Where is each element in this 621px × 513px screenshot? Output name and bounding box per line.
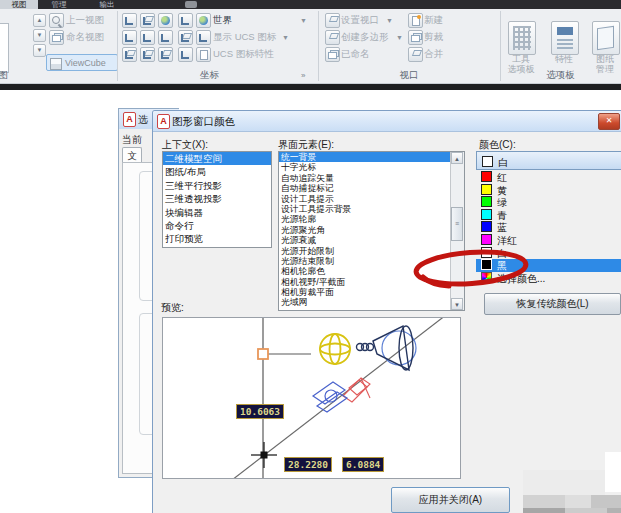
named-views-icon[interactable] <box>49 30 64 45</box>
context-list-item[interactable]: 命令行 <box>163 219 271 232</box>
context-list-item[interactable]: 三维透视投影 <box>163 192 271 205</box>
clip-viewport-button[interactable]: 剪裁 <box>424 30 443 44</box>
element-list-item[interactable]: 自动追踪矢量 <box>279 173 451 183</box>
ucs-properties-button[interactable]: UCS 图标特性 <box>213 47 274 61</box>
camera-glyph <box>313 382 347 412</box>
show-ucs-button[interactable]: 显示 UCS 图标 <box>213 30 276 44</box>
restore-classic-colors-button[interactable]: 恢复传统颜色(L) <box>484 293 621 315</box>
panel-launcher-icon[interactable]: » <box>301 71 305 80</box>
chevron-down-icon[interactable]: ▼ <box>282 34 289 41</box>
context-list-item[interactable]: 打印预览 <box>163 232 271 245</box>
color-option[interactable]: 红 <box>476 171 621 184</box>
chevron-down-icon[interactable]: ▼ <box>300 17 307 24</box>
element-list-item[interactable]: 自动捕捉标记 <box>279 183 451 193</box>
viewcube-button[interactable]: ViewCube <box>46 54 118 71</box>
ucs-icon[interactable] <box>178 13 193 28</box>
color-option[interactable]: 黑 <box>476 259 621 272</box>
color-option[interactable]: 白 <box>476 247 621 260</box>
tool-palettes-icon[interactable] <box>508 21 536 55</box>
previous-view-button[interactable]: 上一视图 <box>66 13 104 27</box>
previous-view-icon[interactable] <box>49 13 64 28</box>
element-list-item[interactable]: 十字光标 <box>279 162 451 172</box>
world-ucs-icon[interactable] <box>196 13 211 28</box>
cube-icon <box>50 58 62 70</box>
context-list-item[interactable]: 三维平行投影 <box>163 179 271 192</box>
element-list-item[interactable]: 光源轮廓 <box>279 214 451 224</box>
ucs-3point-icon[interactable] <box>178 47 193 62</box>
ucs-y-icon[interactable] <box>140 30 155 45</box>
element-list-item[interactable]: 统一背景 <box>279 152 451 162</box>
scroll-down-icon[interactable]: ▼ <box>33 29 46 42</box>
close-icon[interactable]: ✕ <box>598 113 620 130</box>
tab-output[interactable]: 输出 <box>90 0 124 9</box>
color-option[interactable]: 选择颜色... <box>476 272 621 285</box>
autocad-icon: A <box>157 114 170 129</box>
context-list-item[interactable]: 二维模型空间 <box>163 152 271 165</box>
color-option[interactable]: 青 <box>476 209 621 222</box>
element-list-item[interactable]: 光域网 <box>279 297 451 307</box>
show-ucs-icon[interactable] <box>196 30 211 45</box>
context-list-item[interactable]: 块编辑器 <box>163 206 271 219</box>
element-list-item[interactable]: 相机剪裁平面 <box>279 287 451 297</box>
named-views-button[interactable]: 命名视图 <box>66 30 104 44</box>
create-polygonal-icon[interactable] <box>325 30 340 45</box>
element-list-item[interactable]: 设计工具提示 <box>279 194 451 204</box>
element-list-item[interactable]: 相机轮廓色 <box>279 266 451 276</box>
ucs-z-icon[interactable] <box>158 30 173 45</box>
color-option[interactable]: 洋红 <box>476 234 621 247</box>
scroll-up-icon[interactable]: ▲ <box>451 152 463 164</box>
pickbox <box>258 349 268 359</box>
scrollbar-thumb[interactable]: ≡ <box>451 207 463 241</box>
chevron-down-icon[interactable]: ▼ <box>386 17 393 24</box>
join-viewport-button[interactable]: 合并 <box>424 47 443 61</box>
element-list-item[interactable]: 光源开始限制 <box>279 246 451 256</box>
set-viewport-icon[interactable] <box>325 13 340 28</box>
expand-icon[interactable]: ▼ <box>33 44 46 57</box>
named-viewport-icon[interactable] <box>325 47 340 62</box>
ucs-object-icon[interactable] <box>140 47 155 62</box>
ucs-plane-icon[interactable] <box>140 13 155 28</box>
ribbon-small-icon[interactable] <box>185 1 197 8</box>
tab-manage[interactable]: 管理 <box>42 0 76 9</box>
ucs-view-icon[interactable] <box>122 47 137 62</box>
tab-files[interactable]: 文 <box>122 147 142 163</box>
dialog-titlebar[interactable]: A图形窗口颜色 ✕ <box>153 111 621 132</box>
scroll-down-icon[interactable]: ▼ <box>451 298 463 310</box>
element-list-scrollbar[interactable]: ▲ ≡ ▼ <box>450 152 464 310</box>
named-viewport-button[interactable]: 已命名 <box>341 47 370 61</box>
sheet-set-manager-icon[interactable] <box>592 21 620 55</box>
new-viewport-button[interactable]: 新建 <box>424 13 443 27</box>
properties-palette-button[interactable]: 特性 <box>545 54 583 64</box>
color-option[interactable]: 绿 <box>476 196 621 209</box>
element-list-item[interactable]: 相机视野/平截面 <box>279 277 451 287</box>
color-combo[interactable]: 白 <box>476 151 621 170</box>
color-option[interactable]: 蓝 <box>476 221 621 234</box>
ucs-properties-icon[interactable] <box>196 47 211 62</box>
ucs-face-icon[interactable] <box>158 47 173 62</box>
element-list-item[interactable]: 光源结束限制 <box>279 256 451 266</box>
context-list: 二维模型空间图纸/布局三维平行投影三维透视投影块编辑器命令行打印预览 <box>162 151 272 248</box>
world-ucs-combo[interactable]: 世界 <box>213 13 232 27</box>
chevron-down-icon[interactable]: ▼ <box>396 34 403 41</box>
color-swatch <box>481 184 492 195</box>
element-list-item[interactable]: 光源聚光角 <box>279 225 451 235</box>
scroll-up-icon[interactable]: ▲ <box>33 14 46 27</box>
create-polygonal-button[interactable]: 创建多边形 <box>341 30 389 44</box>
properties-palette-icon[interactable] <box>551 21 579 55</box>
new-viewport-icon[interactable] <box>408 13 423 28</box>
element-list-item[interactable]: 设计工具提示背景 <box>279 204 451 214</box>
set-viewport-button[interactable]: 设置视口 <box>341 13 379 27</box>
ucs-rotate-icon[interactable] <box>178 30 193 45</box>
element-list-item[interactable]: 光源衰减 <box>279 235 451 245</box>
ucs-world-icon[interactable] <box>158 13 173 28</box>
clip-viewport-icon[interactable] <box>408 30 423 45</box>
color-option[interactable]: 黄 <box>476 184 621 197</box>
apply-and-close-button[interactable]: 应用并关闭(A) <box>391 487 510 513</box>
ucs-icon[interactable] <box>122 13 137 28</box>
context-list-item[interactable]: 图纸/布局 <box>163 165 271 178</box>
join-viewport-icon[interactable] <box>408 47 423 62</box>
color-option-label: 青 <box>497 210 507 221</box>
tab-view[interactable]: 视图 <box>0 0 38 9</box>
autocad-window: 视图 管理 输出 ▲ ▼ ▼ 上一视图 命名视图 ViewCube 世界 ▼ 显… <box>0 0 621 513</box>
ucs-x-icon[interactable] <box>122 30 137 45</box>
